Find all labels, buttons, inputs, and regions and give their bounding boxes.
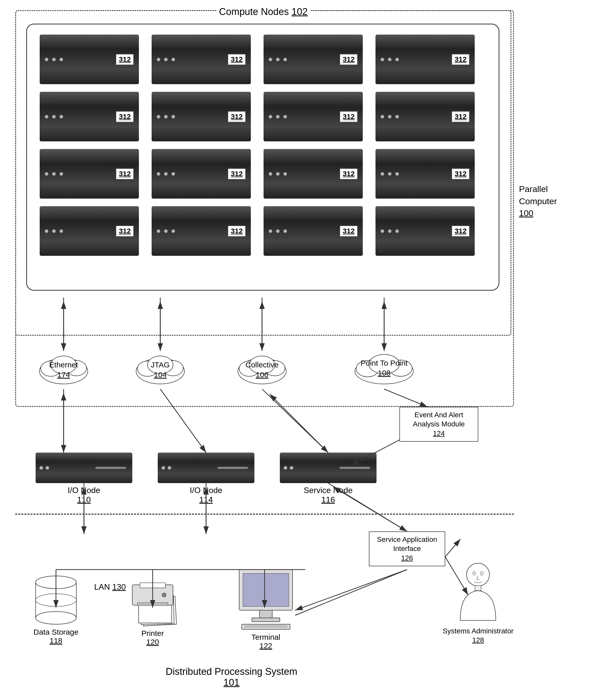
svg-line-66 (295, 570, 407, 615)
printer: Printer 120 (125, 570, 181, 646)
data-storage: Data Storage 118 (31, 570, 81, 645)
boundary-line (15, 513, 514, 514)
jtag-cloud: JTAG 104 (132, 351, 188, 387)
svg-line-68 (445, 539, 461, 557)
svg-point-34 (473, 571, 476, 575)
io-node-110 (36, 453, 132, 483)
server-unit: 312 (375, 206, 475, 256)
server-unit: 312 (152, 149, 251, 199)
svg-rect-32 (244, 625, 287, 628)
svg-rect-24 (140, 583, 165, 588)
server-unit: 312 (375, 149, 475, 199)
ethernet-cloud: Ethernet 174 (36, 351, 91, 387)
service-node-116 (280, 453, 377, 483)
server-unit: 312 (264, 149, 363, 199)
server-unit: 312 (40, 35, 139, 84)
compute-nodes-inner: 312 312 312 (26, 24, 500, 291)
server-unit: 312 (375, 35, 475, 84)
svg-point-26 (162, 593, 166, 597)
svg-point-17 (36, 576, 76, 589)
server-unit: 312 (152, 206, 251, 256)
svg-rect-36 (475, 586, 481, 591)
svg-point-35 (480, 571, 483, 575)
systems-administrator: Systems Administrator 128 (443, 560, 514, 645)
io-node-114 (158, 453, 254, 483)
terminal: Terminal 122 (234, 565, 298, 650)
svg-rect-28 (243, 573, 289, 607)
compute-nodes-box: Compute Nodes 102 312 3 (15, 10, 511, 336)
point-to-point-cloud: Point To Point 108 (351, 351, 417, 387)
server-unit: 312 (264, 92, 363, 141)
server-unit: 312 (152, 92, 251, 141)
io-node-114-label: I/O Node 114 (158, 486, 254, 504)
svg-point-19 (36, 612, 76, 624)
server-unit: 312 (40, 149, 139, 199)
svg-rect-29 (260, 610, 272, 618)
parallel-computer-label: Parallel Computer 100 (519, 183, 578, 219)
server-unit: 312 (40, 92, 139, 141)
service-node-116-label: Service Node 116 (280, 486, 377, 504)
service-app-box: Service Application Interface 126 (369, 531, 445, 566)
collective-cloud: Collective 106 (234, 351, 290, 387)
event-alert-box: Event And Alert Analysis Module 124 (399, 407, 478, 442)
server-unit: 312 (40, 206, 139, 256)
server-unit: 312 (264, 206, 363, 256)
server-unit: 312 (375, 92, 475, 141)
svg-rect-30 (252, 618, 280, 622)
svg-rect-25 (137, 603, 168, 606)
svg-line-65 (295, 570, 407, 610)
lan-label: LAN 130 (94, 582, 126, 592)
compute-nodes-label: Compute Nodes 102 (216, 6, 310, 17)
distributed-system-label: Distributed Processing System 101 (117, 666, 346, 688)
io-node-110-label: I/O Node 110 (36, 486, 132, 504)
server-unit: 312 (264, 35, 363, 84)
server-unit: 312 (152, 35, 251, 84)
